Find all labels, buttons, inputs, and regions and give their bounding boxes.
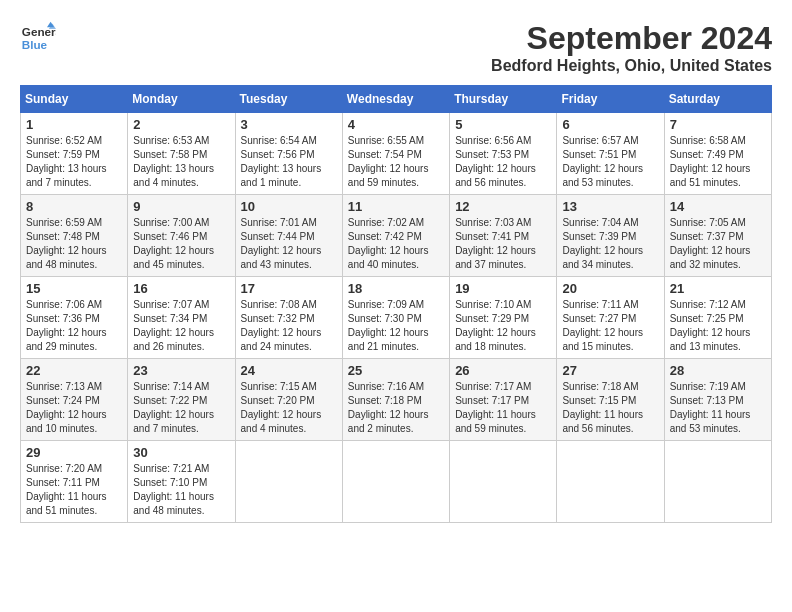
day-number: 9 — [133, 199, 229, 214]
day-info: Sunrise: 6:54 AM Sunset: 7:56 PM Dayligh… — [241, 134, 337, 190]
calendar-cell: 30Sunrise: 7:21 AM Sunset: 7:10 PM Dayli… — [128, 441, 235, 523]
title-area: September 2024 Bedford Heights, Ohio, Un… — [491, 20, 772, 75]
day-number: 14 — [670, 199, 766, 214]
calendar-week-row: 1Sunrise: 6:52 AM Sunset: 7:59 PM Daylig… — [21, 113, 772, 195]
logo: General Blue — [20, 20, 56, 56]
calendar-week-row: 29Sunrise: 7:20 AM Sunset: 7:11 PM Dayli… — [21, 441, 772, 523]
day-info: Sunrise: 7:14 AM Sunset: 7:22 PM Dayligh… — [133, 380, 229, 436]
day-info: Sunrise: 6:56 AM Sunset: 7:53 PM Dayligh… — [455, 134, 551, 190]
day-number: 11 — [348, 199, 444, 214]
weekday-header-row: SundayMondayTuesdayWednesdayThursdayFrid… — [21, 86, 772, 113]
day-number: 25 — [348, 363, 444, 378]
day-number: 16 — [133, 281, 229, 296]
day-info: Sunrise: 6:53 AM Sunset: 7:58 PM Dayligh… — [133, 134, 229, 190]
day-info: Sunrise: 7:09 AM Sunset: 7:30 PM Dayligh… — [348, 298, 444, 354]
svg-text:Blue: Blue — [22, 38, 48, 51]
calendar-cell: 3Sunrise: 6:54 AM Sunset: 7:56 PM Daylig… — [235, 113, 342, 195]
calendar-cell: 17Sunrise: 7:08 AM Sunset: 7:32 PM Dayli… — [235, 277, 342, 359]
calendar-cell: 23Sunrise: 7:14 AM Sunset: 7:22 PM Dayli… — [128, 359, 235, 441]
day-info: Sunrise: 7:06 AM Sunset: 7:36 PM Dayligh… — [26, 298, 122, 354]
day-info: Sunrise: 7:05 AM Sunset: 7:37 PM Dayligh… — [670, 216, 766, 272]
day-number: 7 — [670, 117, 766, 132]
logo-icon: General Blue — [20, 20, 56, 56]
calendar-cell — [235, 441, 342, 523]
calendar-cell: 10Sunrise: 7:01 AM Sunset: 7:44 PM Dayli… — [235, 195, 342, 277]
day-info: Sunrise: 7:04 AM Sunset: 7:39 PM Dayligh… — [562, 216, 658, 272]
day-number: 30 — [133, 445, 229, 460]
weekday-header-friday: Friday — [557, 86, 664, 113]
weekday-header-saturday: Saturday — [664, 86, 771, 113]
calendar-week-row: 8Sunrise: 6:59 AM Sunset: 7:48 PM Daylig… — [21, 195, 772, 277]
weekday-header-wednesday: Wednesday — [342, 86, 449, 113]
day-number: 12 — [455, 199, 551, 214]
calendar-cell: 6Sunrise: 6:57 AM Sunset: 7:51 PM Daylig… — [557, 113, 664, 195]
day-number: 3 — [241, 117, 337, 132]
day-info: Sunrise: 7:07 AM Sunset: 7:34 PM Dayligh… — [133, 298, 229, 354]
calendar-cell: 27Sunrise: 7:18 AM Sunset: 7:15 PM Dayli… — [557, 359, 664, 441]
calendar-cell: 29Sunrise: 7:20 AM Sunset: 7:11 PM Dayli… — [21, 441, 128, 523]
day-info: Sunrise: 7:00 AM Sunset: 7:46 PM Dayligh… — [133, 216, 229, 272]
day-number: 26 — [455, 363, 551, 378]
calendar-cell: 18Sunrise: 7:09 AM Sunset: 7:30 PM Dayli… — [342, 277, 449, 359]
day-number: 23 — [133, 363, 229, 378]
day-number: 5 — [455, 117, 551, 132]
month-title: September 2024 — [491, 20, 772, 57]
calendar-cell: 14Sunrise: 7:05 AM Sunset: 7:37 PM Dayli… — [664, 195, 771, 277]
weekday-header-thursday: Thursday — [450, 86, 557, 113]
day-number: 1 — [26, 117, 122, 132]
day-number: 29 — [26, 445, 122, 460]
calendar-cell: 8Sunrise: 6:59 AM Sunset: 7:48 PM Daylig… — [21, 195, 128, 277]
calendar-cell — [557, 441, 664, 523]
day-info: Sunrise: 7:20 AM Sunset: 7:11 PM Dayligh… — [26, 462, 122, 518]
location-title: Bedford Heights, Ohio, United States — [491, 57, 772, 75]
calendar-cell: 9Sunrise: 7:00 AM Sunset: 7:46 PM Daylig… — [128, 195, 235, 277]
calendar-cell: 4Sunrise: 6:55 AM Sunset: 7:54 PM Daylig… — [342, 113, 449, 195]
calendar-cell: 5Sunrise: 6:56 AM Sunset: 7:53 PM Daylig… — [450, 113, 557, 195]
day-number: 24 — [241, 363, 337, 378]
day-number: 27 — [562, 363, 658, 378]
day-info: Sunrise: 6:55 AM Sunset: 7:54 PM Dayligh… — [348, 134, 444, 190]
calendar-week-row: 22Sunrise: 7:13 AM Sunset: 7:24 PM Dayli… — [21, 359, 772, 441]
weekday-header-tuesday: Tuesday — [235, 86, 342, 113]
calendar-cell: 26Sunrise: 7:17 AM Sunset: 7:17 PM Dayli… — [450, 359, 557, 441]
day-number: 19 — [455, 281, 551, 296]
day-number: 8 — [26, 199, 122, 214]
day-number: 17 — [241, 281, 337, 296]
day-number: 6 — [562, 117, 658, 132]
day-number: 15 — [26, 281, 122, 296]
calendar-cell: 13Sunrise: 7:04 AM Sunset: 7:39 PM Dayli… — [557, 195, 664, 277]
calendar-cell: 15Sunrise: 7:06 AM Sunset: 7:36 PM Dayli… — [21, 277, 128, 359]
day-number: 22 — [26, 363, 122, 378]
calendar-cell: 7Sunrise: 6:58 AM Sunset: 7:49 PM Daylig… — [664, 113, 771, 195]
day-number: 20 — [562, 281, 658, 296]
calendar-week-row: 15Sunrise: 7:06 AM Sunset: 7:36 PM Dayli… — [21, 277, 772, 359]
calendar-cell: 22Sunrise: 7:13 AM Sunset: 7:24 PM Dayli… — [21, 359, 128, 441]
day-number: 4 — [348, 117, 444, 132]
day-number: 18 — [348, 281, 444, 296]
calendar-cell — [664, 441, 771, 523]
day-info: Sunrise: 7:08 AM Sunset: 7:32 PM Dayligh… — [241, 298, 337, 354]
calendar-cell: 16Sunrise: 7:07 AM Sunset: 7:34 PM Dayli… — [128, 277, 235, 359]
weekday-header-sunday: Sunday — [21, 86, 128, 113]
calendar-cell: 25Sunrise: 7:16 AM Sunset: 7:18 PM Dayli… — [342, 359, 449, 441]
calendar-cell: 19Sunrise: 7:10 AM Sunset: 7:29 PM Dayli… — [450, 277, 557, 359]
day-info: Sunrise: 7:21 AM Sunset: 7:10 PM Dayligh… — [133, 462, 229, 518]
day-info: Sunrise: 7:17 AM Sunset: 7:17 PM Dayligh… — [455, 380, 551, 436]
calendar-cell: 1Sunrise: 6:52 AM Sunset: 7:59 PM Daylig… — [21, 113, 128, 195]
day-info: Sunrise: 7:19 AM Sunset: 7:13 PM Dayligh… — [670, 380, 766, 436]
calendar-cell — [342, 441, 449, 523]
day-info: Sunrise: 7:03 AM Sunset: 7:41 PM Dayligh… — [455, 216, 551, 272]
day-number: 28 — [670, 363, 766, 378]
day-number: 10 — [241, 199, 337, 214]
day-info: Sunrise: 7:11 AM Sunset: 7:27 PM Dayligh… — [562, 298, 658, 354]
calendar-cell: 21Sunrise: 7:12 AM Sunset: 7:25 PM Dayli… — [664, 277, 771, 359]
day-number: 21 — [670, 281, 766, 296]
day-info: Sunrise: 6:59 AM Sunset: 7:48 PM Dayligh… — [26, 216, 122, 272]
weekday-header-monday: Monday — [128, 86, 235, 113]
day-info: Sunrise: 6:58 AM Sunset: 7:49 PM Dayligh… — [670, 134, 766, 190]
calendar-cell: 2Sunrise: 6:53 AM Sunset: 7:58 PM Daylig… — [128, 113, 235, 195]
day-info: Sunrise: 6:52 AM Sunset: 7:59 PM Dayligh… — [26, 134, 122, 190]
calendar-cell: 20Sunrise: 7:11 AM Sunset: 7:27 PM Dayli… — [557, 277, 664, 359]
day-number: 2 — [133, 117, 229, 132]
day-info: Sunrise: 7:18 AM Sunset: 7:15 PM Dayligh… — [562, 380, 658, 436]
